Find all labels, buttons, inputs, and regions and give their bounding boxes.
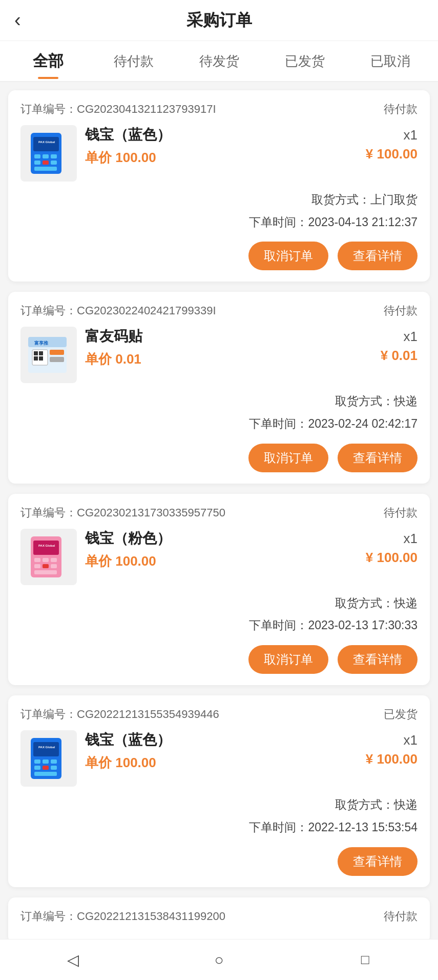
- order-time-2: 下单时间：2023-02-24 02:42:17: [20, 413, 418, 435]
- svg-rect-34: [43, 759, 49, 764]
- svg-rect-5: [51, 154, 57, 158]
- order-body-row-4: PAX Global 钱宝（蓝色） 单价 100.00 x: [20, 730, 418, 794]
- order-card-4: 订单编号：CG20221213155354939446 已发货 PAX Glob…: [8, 695, 430, 887]
- order-card-2: 订单编号：CG2023022402421799339I 待付款 富享推: [8, 292, 430, 483]
- product-price-2: 单价 0.01: [85, 350, 381, 368]
- order-card-3: 订单编号：CG202302131730335957750 待付款 PAX Glo…: [8, 494, 430, 685]
- order-status-5: 待付款: [384, 909, 418, 924]
- order-total-1: ¥ 100.00: [366, 146, 418, 162]
- order-qty-price-3: x1 ¥ 100.00: [366, 529, 418, 566]
- cancel-order-button-2[interactable]: 取消订单: [248, 444, 328, 472]
- order-time-1: 下单时间：2023-04-13 21:12:37: [20, 211, 418, 234]
- tab-cancelled[interactable]: 已取消: [347, 47, 433, 75]
- product-info-2: 富友码贴 单价 0.01: [85, 327, 381, 368]
- svg-rect-16: [34, 356, 38, 361]
- svg-rect-18: [50, 350, 64, 355]
- svg-rect-36: [34, 766, 40, 770]
- view-detail-button-1[interactable]: 查看详情: [338, 242, 418, 270]
- order-qty-price-4: x1 ¥ 100.00: [366, 730, 418, 767]
- order-id-1: 订单编号：CG2023041321123793917I: [20, 102, 216, 117]
- delivery-method-4: 取货方式：快递: [20, 794, 418, 816]
- svg-rect-25: [51, 558, 57, 562]
- svg-rect-19: [50, 357, 64, 362]
- order-qty-4: x1: [366, 732, 418, 748]
- svg-rect-9: [34, 167, 57, 171]
- tab-pending-pay[interactable]: 待付款: [91, 47, 176, 75]
- order-body-2: 富享推 富友码贴 单价 0.01: [20, 327, 381, 383]
- tab-shipped[interactable]: 已发货: [262, 47, 347, 75]
- order-qty-3: x1: [366, 531, 418, 547]
- svg-rect-31: [33, 742, 59, 756]
- product-info-4: 钱宝（蓝色） 单价 100.00: [85, 730, 366, 772]
- order-status-2: 待付款: [384, 303, 418, 318]
- order-header-2: 订单编号：CG2023022402421799339I 待付款: [20, 303, 418, 318]
- product-name-3: 钱宝（粉色）: [85, 529, 366, 548]
- product-name-1: 钱宝（蓝色）: [85, 125, 366, 145]
- nav-recent-icon[interactable]: □: [350, 947, 381, 973]
- order-list: 订单编号：CG2023041321123793917I 待付款 PAX Glob…: [0, 82, 438, 980]
- delivery-method-3: 取货方式：快递: [20, 592, 418, 615]
- svg-rect-28: [51, 564, 57, 568]
- svg-rect-1: [33, 137, 59, 151]
- svg-rect-6: [34, 161, 40, 165]
- order-meta-1: 取货方式：上门取货 下单时间：2023-04-13 21:12:37: [20, 189, 418, 233]
- product-name-2: 富友码贴: [85, 327, 381, 346]
- order-time-4: 下单时间：2022-12-13 15:53:54: [20, 816, 418, 839]
- svg-rect-4: [43, 154, 49, 158]
- order-actions-3: 取消订单 查看详情: [20, 645, 418, 674]
- product-info-1: 钱宝（蓝色） 单价 100.00: [85, 125, 366, 167]
- order-status-3: 待付款: [384, 505, 418, 521]
- svg-rect-38: [51, 766, 57, 770]
- svg-rect-33: [34, 759, 40, 764]
- product-name-4: 钱宝（蓝色）: [85, 730, 366, 750]
- svg-rect-14: [34, 351, 38, 355]
- order-header-5: 订单编号：CG202212131538431199200 待付款: [20, 909, 418, 924]
- order-status-1: 待付款: [384, 102, 418, 117]
- order-meta-4: 取货方式：快递 下单时间：2022-12-13 15:53:54: [20, 794, 418, 838]
- product-info-3: 钱宝（粉色） 单价 100.00: [85, 529, 366, 570]
- svg-text:PAX Global: PAX Global: [38, 746, 55, 749]
- svg-rect-26: [34, 564, 40, 568]
- order-time-3: 下单时间：2023-02-13 17:30:33: [20, 614, 418, 637]
- order-actions-1: 取消订单 查看详情: [20, 242, 418, 270]
- order-body-4: PAX Global 钱宝（蓝色） 单价 100.00: [20, 730, 366, 787]
- order-card-5: 订单编号：CG202212131538431199200 待付款: [8, 897, 430, 944]
- view-detail-button-3[interactable]: 查看详情: [338, 645, 418, 674]
- product-image-3: PAX Global: [20, 529, 77, 585]
- svg-text:富享推: 富享推: [34, 340, 49, 346]
- order-body-row-3: PAX Global 钱宝（粉色） 单价 100.00 x: [20, 529, 418, 592]
- order-actions-4: 查看详情: [20, 847, 418, 876]
- svg-rect-24: [43, 558, 49, 562]
- view-detail-button-4[interactable]: 查看详情: [338, 847, 418, 876]
- svg-rect-39: [34, 772, 57, 776]
- product-image-2: 富享推: [20, 327, 77, 383]
- svg-rect-7: [43, 161, 49, 165]
- svg-text:PAX Global: PAX Global: [38, 544, 55, 547]
- svg-rect-21: [33, 541, 59, 555]
- svg-rect-35: [51, 759, 57, 764]
- tab-all[interactable]: 全部: [5, 46, 91, 77]
- order-total-4: ¥ 100.00: [366, 751, 418, 767]
- view-detail-button-2[interactable]: 查看详情: [338, 444, 418, 472]
- product-price-1: 单价 100.00: [85, 149, 366, 167]
- product-image-1: PAX Global: [20, 125, 77, 182]
- cancel-order-button-1[interactable]: 取消订单: [248, 242, 328, 270]
- order-id-3: 订单编号：CG202302131730335957750: [20, 505, 225, 521]
- order-id-5: 订单编号：CG202212131538431199200: [20, 909, 225, 924]
- svg-rect-3: [34, 154, 40, 158]
- nav-back-icon[interactable]: ◁: [58, 947, 89, 973]
- delivery-method-2: 取货方式：快递: [20, 390, 418, 413]
- order-header-4: 订单编号：CG20221213155354939446 已发货: [20, 707, 418, 722]
- order-body-1: PAX Global 钱宝（蓝色） 单价 100.00: [20, 125, 366, 182]
- back-button[interactable]: ‹: [14, 9, 21, 31]
- nav-home-icon[interactable]: ○: [204, 947, 235, 973]
- page-title: 采购订单: [186, 9, 252, 32]
- cancel-order-button-3[interactable]: 取消订单: [248, 645, 328, 674]
- tab-bar: 全部 待付款 待发货 已发货 已取消: [0, 41, 438, 82]
- order-body-row-2: 富享推 富友码贴 单价 0.01 x1 ¥: [20, 327, 418, 390]
- order-meta-2: 取货方式：快递 下单时间：2023-02-24 02:42:17: [20, 390, 418, 435]
- delivery-method-1: 取货方式：上门取货: [20, 189, 418, 211]
- tab-pending-ship[interactable]: 待发货: [176, 47, 262, 75]
- order-total-2: ¥ 0.01: [381, 348, 418, 364]
- order-actions-2: 取消订单 查看详情: [20, 444, 418, 472]
